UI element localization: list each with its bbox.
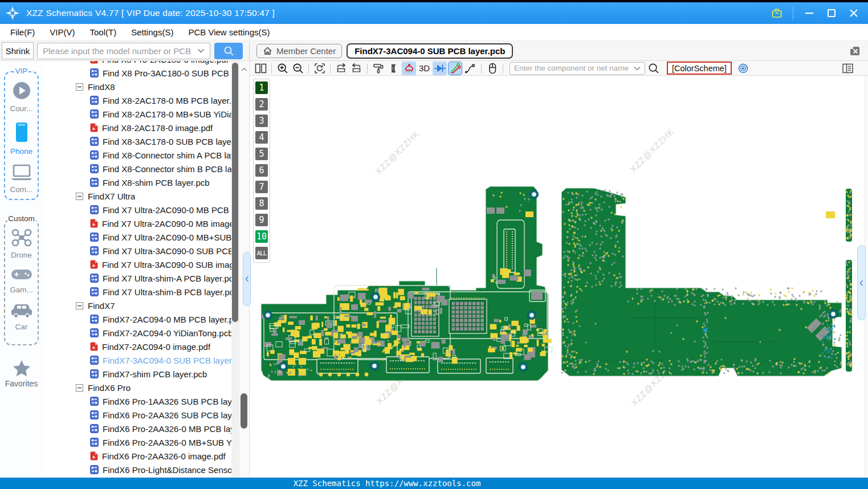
layer-button-1[interactable]: 1 [255, 82, 268, 94]
tree-file-row[interactable]: FindX7-2AC094-0 YiDianTong.pcb [43, 326, 231, 340]
zoom-out-button[interactable] [291, 62, 305, 75]
tree-group-row[interactable]: FindX8 [43, 80, 231, 93]
tree-group-row[interactable]: FindX6 Pro [43, 381, 231, 394]
tree-file-row[interactable]: Find X7 Ultra-shim-B PCB layer.pcb [43, 285, 231, 299]
tree-scrollbar[interactable] [231, 61, 239, 478]
paint-roller-button[interactable] [371, 62, 385, 75]
net-search-button[interactable] [646, 62, 661, 75]
split-view-button[interactable] [254, 62, 268, 75]
collapse-minus-icon[interactable] [76, 384, 83, 392]
layer-button-8[interactable]: 8 [255, 197, 268, 210]
sidebar-item-com[interactable]: Com... [5, 164, 38, 194]
sidebar-item-gam[interactable]: Gam... [5, 267, 38, 294]
probe-pins-button[interactable] [448, 62, 462, 75]
collapse-minus-icon[interactable] [76, 193, 83, 200]
layer-button-3[interactable]: 3 [255, 115, 268, 127]
menu-item-pcb-view-settings-s[interactable]: PCB View settings(S) [181, 27, 277, 37]
diode-direction-button[interactable] [433, 62, 447, 75]
chevron-down-icon[interactable] [197, 48, 205, 54]
maximize-button[interactable] [825, 7, 838, 19]
three-d-button[interactable]: 3D [417, 62, 431, 75]
curve-measure-button[interactable] [463, 62, 478, 75]
collapse-minus-icon[interactable] [76, 83, 83, 91]
tree-file-row[interactable]: Find X8-shim PCB layer.pcb [43, 176, 231, 189]
tree-file-row[interactable]: FindX6 Pro-2AA326 SUB PCB layer.pcb [43, 408, 231, 422]
close-button[interactable] [847, 7, 860, 19]
tree-item-label: Find X8-2AC178-0 MB+SUB YiDianTong.pcb [103, 109, 231, 119]
tree-file-row[interactable]: Find X8-2AC178-0 image.pdf [43, 121, 231, 135]
silkscreen-lamp-button[interactable] [402, 62, 416, 75]
menu-item-vip-v[interactable]: VIP(V) [42, 27, 82, 37]
menu-item-file-f[interactable]: File(F) [3, 27, 42, 37]
layer-button-10[interactable]: 10 [255, 230, 268, 243]
pcb-canvas[interactable]: XZZ@XZZHKXZZ@XZZHKXZZ@XZZHKXZZ@XZZHK 123… [250, 76, 868, 478]
visibility-eye-icon[interactable] [736, 62, 751, 75]
layer-button-2[interactable]: 2 [255, 98, 268, 111]
tree-file-row[interactable]: FindX6 Pro-2AA326-0 image.pdf [43, 449, 231, 463]
tree-group-row[interactable]: FindX7 Ultra [43, 189, 231, 203]
tree-file-row[interactable]: Find X8-2AC178-0 MB PCB layer.pcb [43, 93, 231, 107]
sidebar-item-favorites[interactable]: Favorites [0, 360, 43, 388]
tree-item-label: FindX7-2AC094-0 image.pdf [102, 342, 210, 352]
pdf-file-icon [90, 219, 98, 228]
color-scheme-button[interactable]: [ColorScheme] [667, 62, 732, 75]
tree-group-row[interactable]: FindX7 [43, 299, 231, 312]
tree-file-row[interactable]: Find X8-2AC178-0 MB+SUB YiDianTong.pcb [43, 107, 231, 121]
tree-file-row[interactable]: Find X7 Ultra-2AC090-0 MB image.pdf [43, 217, 231, 230]
sidebar-item-phone[interactable]: Phone [5, 121, 38, 156]
layer-button-6[interactable]: 6 [255, 164, 268, 177]
model-search-button[interactable] [214, 43, 243, 59]
tree-file-row[interactable]: Find X8-Connector shim B PCB layer.pcb [43, 162, 231, 176]
tree-file-row[interactable]: Find X7 Ultra-2AC090-0 MB+SUB YiDianTong… [43, 230, 231, 244]
layer-button-5[interactable]: 5 [255, 148, 268, 160]
tree-file-row[interactable]: Find X7 Ultra-3AC090-0 SUB PCB layer.pcb [43, 244, 231, 258]
fit-rotate-button[interactable] [312, 62, 327, 75]
tree-file-row[interactable]: Find X8-3AC178-0 SUB PCB layer.pcb [43, 135, 231, 148]
tree-file-row[interactable]: FindX6 Pro-2AA326-0 MB+SUB YiDianTong.pc… [43, 435, 231, 449]
layer-button-9[interactable]: 9 [255, 214, 268, 226]
sidebar-item-drone[interactable]: Drone [5, 228, 38, 259]
tree-file-row[interactable]: FindX7-2AC094-0 MB PCB layer.pcb [43, 312, 231, 326]
scroll-up-icon[interactable] [241, 64, 247, 74]
model-search-input[interactable]: Please input the model number or PCB [37, 43, 210, 59]
menu-item-settings-s[interactable]: Settings(S) [124, 27, 181, 37]
tree-file-row[interactable]: FindX6 Pro-Light&Distance Sensor PCB lay… [43, 463, 231, 476]
tab-active-pcb[interactable]: FindX7-3AC094-0 SUB PCB layer.pcb [347, 43, 513, 59]
mirror-flip-button[interactable] [386, 62, 401, 75]
collapse-minus-icon[interactable] [76, 302, 83, 309]
tree-file-row[interactable]: FindX6 Pro-1AA326 SUB PCB layer.pcb [43, 394, 231, 408]
layer-button-all[interactable]: ALL [255, 247, 268, 259]
member-center-button[interactable]: Member Center [256, 44, 342, 58]
tree-file-row[interactable]: Find X7 Ultra-shim-A PCB layer.pcb [43, 271, 231, 285]
sidebar-item-car[interactable]: Car [5, 302, 38, 331]
chevron-down-icon[interactable] [634, 66, 641, 71]
tree-file-row[interactable]: FindX7-2AC094-0 image.pdf [43, 340, 231, 353]
vip-group-label: VIP [14, 67, 29, 75]
tree-file-row[interactable]: FindX7-shim PCB layer.pcb [43, 367, 231, 381]
rotate-left-button[interactable] [334, 62, 348, 75]
tree-file-row[interactable]: Find X8 Pro-3AC180-0 SUB PCB layer.pcb [43, 66, 231, 80]
close-tab-icon[interactable] [848, 45, 861, 59]
tree-file-row[interactable]: Find X7 Ultra-2AC090-0 MB PCB layer.pcb [43, 203, 231, 217]
vip-briefcase-icon[interactable] [771, 7, 783, 19]
sidebar-item-cour[interactable]: Cour... [5, 80, 38, 113]
collapse-left-panel-handle[interactable] [243, 252, 251, 306]
layer-button-7[interactable]: 7 [255, 181, 268, 193]
panel-scrollbar-thumb[interactable] [241, 393, 247, 429]
tree-file-row[interactable]: FindX7-3AC094-0 SUB PCB layer.pcb [43, 353, 231, 367]
zoom-in-button[interactable] [275, 62, 290, 75]
mouse-settings-button[interactable] [485, 62, 499, 75]
collapse-right-panel-handle[interactable] [857, 245, 866, 320]
tree-scrollbar-thumb[interactable] [232, 63, 238, 322]
side-panel-toggle-icon[interactable] [841, 62, 855, 75]
tree-file-row[interactable]: Find X8-Connector shim A PCB layer.pcb [43, 148, 231, 162]
net-search-input[interactable]: Enter the component or net name [510, 62, 645, 75]
menu-item-tool-t[interactable]: Tool(T) [83, 27, 124, 37]
minimize-button[interactable] [803, 7, 816, 19]
rotate-right-button[interactable] [349, 62, 364, 75]
layer-button-4[interactable]: 4 [255, 131, 268, 144]
tree-file-row[interactable]: Find X8 Pro-2AC180-0 image.pdf [43, 61, 231, 66]
tree-file-row[interactable]: FindX6 Pro-2AA326-0 MB PCB layer.pcb [43, 422, 231, 435]
shrink-button[interactable]: Shrink [2, 42, 34, 59]
tree-file-row[interactable]: Find X7 Ultra-3AC090-0 SUB image.pdf [43, 258, 231, 271]
